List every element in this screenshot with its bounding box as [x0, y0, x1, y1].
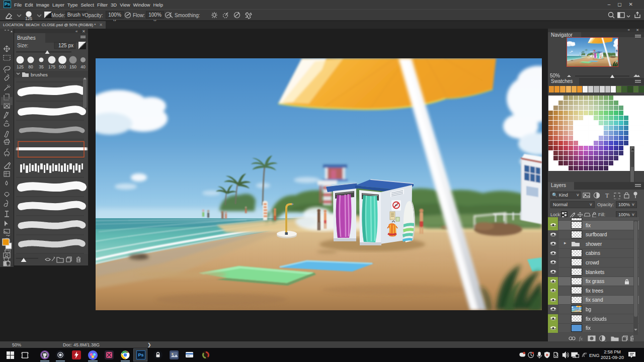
svg-text:150: 150: [69, 64, 76, 69]
svg-text:500: 500: [59, 64, 66, 69]
svg-text:125 px: 125 px: [58, 43, 73, 48]
svg-text:T: T: [605, 192, 609, 199]
svg-text:brushes: brushes: [31, 72, 48, 77]
svg-text:125: 125: [25, 16, 32, 21]
svg-text:fx: fx: [579, 336, 583, 341]
svg-text:Size:: Size:: [17, 43, 28, 48]
svg-text:175: 175: [48, 64, 55, 69]
svg-text:✕: ✕: [82, 29, 86, 34]
svg-text:40: 40: [80, 64, 86, 69]
svg-text:80: 80: [28, 64, 33, 69]
svg-text:Brushes: Brushes: [17, 35, 36, 41]
svg-text:35: 35: [39, 64, 44, 69]
svg-text:«: «: [75, 29, 78, 34]
svg-text:125: 125: [17, 64, 24, 69]
